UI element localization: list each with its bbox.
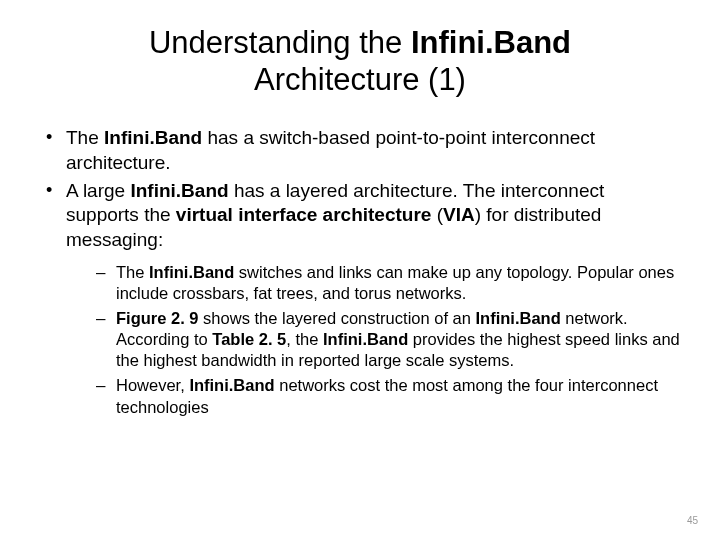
text-bold: virtual interface architecture	[176, 204, 437, 225]
text-bold: VIA	[443, 204, 475, 225]
text-bold: Infini.Band	[476, 309, 566, 327]
bullet-list: The Infini.Band has a switch-based point…	[40, 126, 680, 417]
text: The	[66, 127, 104, 148]
bullet-1: The Infini.Band has a switch-based point…	[40, 126, 680, 175]
text-bold: Infini.Band	[323, 330, 413, 348]
text: , the	[286, 330, 323, 348]
title-bold: Infini.Band	[411, 25, 571, 60]
bullet-2: A large Infini.Band has a layered archit…	[40, 179, 680, 418]
text-bold: Table 2. 5	[212, 330, 286, 348]
sub-bullet-2: Figure 2. 9 shows the layered constructi…	[66, 308, 680, 371]
text-bold: Infini.Band	[189, 376, 279, 394]
text: The	[116, 263, 149, 281]
text-bold: Infini.Band	[149, 263, 239, 281]
text-bold: Infini.Band	[130, 180, 233, 201]
title-prefix: Understanding the	[149, 25, 411, 60]
text: However,	[116, 376, 189, 394]
sub-bullet-3: However, Infini.Band networks cost the m…	[66, 375, 680, 417]
text: A large	[66, 180, 130, 201]
title-line2: Architecture (1)	[254, 62, 466, 97]
page-number: 45	[687, 515, 698, 526]
text: shows the layered construction of an	[203, 309, 475, 327]
text-bold: Infini.Band	[104, 127, 207, 148]
text-bold: Figure 2. 9	[116, 309, 203, 327]
sub-bullet-list: The Infini.Band switches and links can m…	[66, 262, 680, 418]
sub-bullet-1: The Infini.Band switches and links can m…	[66, 262, 680, 304]
slide-title: Understanding the Infini.Band Architectu…	[40, 24, 680, 98]
